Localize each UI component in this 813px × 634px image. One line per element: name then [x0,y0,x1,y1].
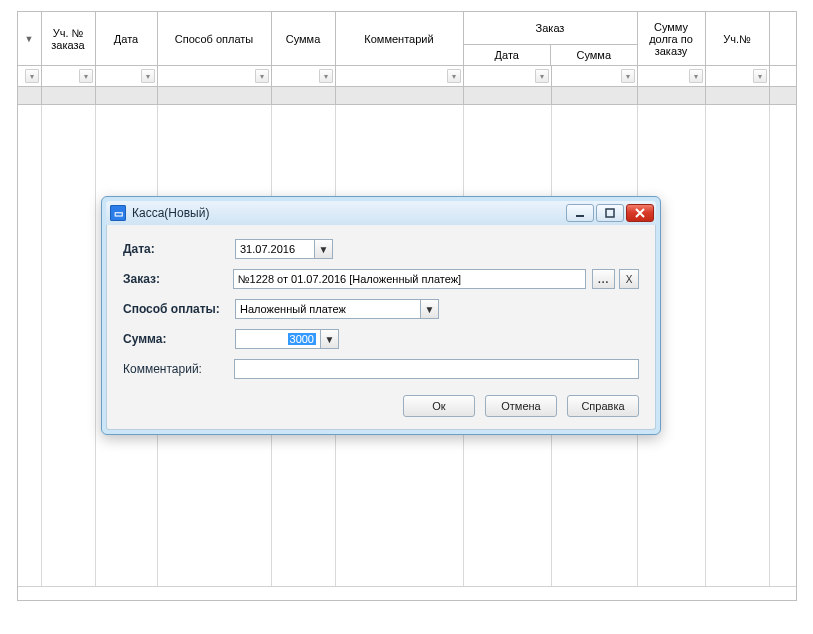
window-buttons [566,204,654,222]
date-label: Дата: [123,242,235,256]
col-header-order-label: Заказ [464,12,637,44]
sum-combo: 3000 ▼ [235,329,339,349]
app-icon: ▭ [110,205,126,221]
svg-rect-0 [576,215,584,217]
dialog-titlebar[interactable]: ▭ Касса(Новый) [106,201,656,225]
order-lookup-button[interactable]: ... [592,269,616,289]
ok-button[interactable]: Ок [403,395,475,417]
filter-indicator[interactable]: ▾ [18,66,42,86]
filter-order-sum[interactable]: ▾ [552,66,638,86]
filter-row: ▾ ▾ ▾ ▾ ▾ ▾ ▾ ▾ ▾ ▾ [18,66,796,87]
col-header-order-group[interactable]: Заказ Дата Сумма [464,12,638,66]
sum-label: Сумма: [123,332,235,346]
sum-dropdown-button[interactable]: ▼ [321,329,339,349]
dialog-title: Касса(Новый) [132,206,566,220]
chevron-down-icon: ▼ [425,304,435,315]
close-icon [635,208,645,218]
cash-dialog: ▭ Касса(Новый) Дата: 31.07.2016 ▼ [101,196,661,435]
date-combo: 31.07.2016 ▼ [235,239,333,259]
col-header-wh[interactable]: Уч.№ [706,12,770,66]
col-header-uchno[interactable]: Уч. № заказа [42,12,96,66]
filter-comment[interactable]: ▾ [336,66,464,86]
row-indicator-header[interactable]: ▼ [18,12,42,66]
svg-rect-1 [606,209,614,217]
sum-input[interactable]: 3000 [235,329,321,349]
filter-icon: ▾ [25,69,39,83]
filter-icon: ▾ [447,69,461,83]
payment-combo: Наложенный платеж ▼ [235,299,439,319]
sum-row: Сумма: 3000 ▼ [123,329,639,349]
close-button[interactable] [626,204,654,222]
filter-debt[interactable]: ▾ [638,66,706,86]
filter-icon: ▾ [753,69,767,83]
filter-icon: ▾ [621,69,635,83]
comment-label: Комментарий: [123,362,234,376]
filter-wh[interactable]: ▾ [706,66,770,86]
order-input[interactable]: №1228 от 01.07.2016 [Наложенный платеж] [233,269,586,289]
scroll-gutter-header [770,12,796,66]
filter-icon: ▾ [141,69,155,83]
filter-icon: ▾ [255,69,269,83]
order-clear-button[interactable]: X [619,269,639,289]
col-header-comment[interactable]: Комментарий [336,12,464,66]
filter-order-date[interactable]: ▾ [464,66,552,86]
sum-value-selection: 3000 [288,333,316,345]
dialog-body: Дата: 31.07.2016 ▼ Заказ: №1228 от 01.07… [106,225,656,430]
payment-row: Способ оплаты: Наложенный платеж ▼ [123,299,639,319]
filter-icon: ▾ [689,69,703,83]
payment-dropdown-button[interactable]: ▼ [421,299,439,319]
comment-row: Комментарий: [123,359,639,379]
chevron-down-icon: ▼ [319,244,329,255]
payment-input[interactable]: Наложенный платеж [235,299,421,319]
filter-payment[interactable]: ▾ [158,66,272,86]
col-header-payment[interactable]: Способ оплаты [158,12,272,66]
grid-header: ▼ Уч. № заказа Дата Способ оплаты Сумма … [18,12,796,105]
filter-icon: ▾ [535,69,549,83]
dialog-button-bar: Ок Отмена Справка [123,395,639,417]
maximize-button[interactable] [596,204,624,222]
maximize-icon [605,208,615,218]
date-row: Дата: 31.07.2016 ▼ [123,239,639,259]
col-header-order-date[interactable]: Дата [464,44,552,65]
filter-uchno[interactable]: ▾ [42,66,96,86]
empty-data-row[interactable] [18,87,796,105]
col-header-sum[interactable]: Сумма [272,12,336,66]
minimize-icon [575,208,585,218]
col-header-order-sum[interactable]: Сумма [551,44,637,65]
order-label: Заказ: [123,272,233,286]
date-dropdown-button[interactable]: ▼ [315,239,333,259]
comment-input[interactable] [234,359,639,379]
filter-scroll-gutter [770,66,796,86]
payment-label: Способ оплаты: [123,302,235,316]
chevron-down-icon: ▼ [325,334,335,345]
minimize-button[interactable] [566,204,594,222]
col-header-date[interactable]: Дата [96,12,158,66]
app-window: ▼ Уч. № заказа Дата Способ оплаты Сумма … [0,0,813,634]
col-header-debt[interactable]: Сумму долга по заказу [638,12,706,66]
order-row: Заказ: №1228 от 01.07.2016 [Наложенный п… [123,269,639,289]
filter-icon: ▾ [79,69,93,83]
filter-sum[interactable]: ▾ [272,66,336,86]
cancel-button[interactable]: Отмена [485,395,557,417]
chevron-down-icon: ▼ [25,34,34,44]
date-input[interactable]: 31.07.2016 [235,239,315,259]
filter-icon: ▾ [319,69,333,83]
filter-date[interactable]: ▾ [96,66,158,86]
help-button[interactable]: Справка [567,395,639,417]
